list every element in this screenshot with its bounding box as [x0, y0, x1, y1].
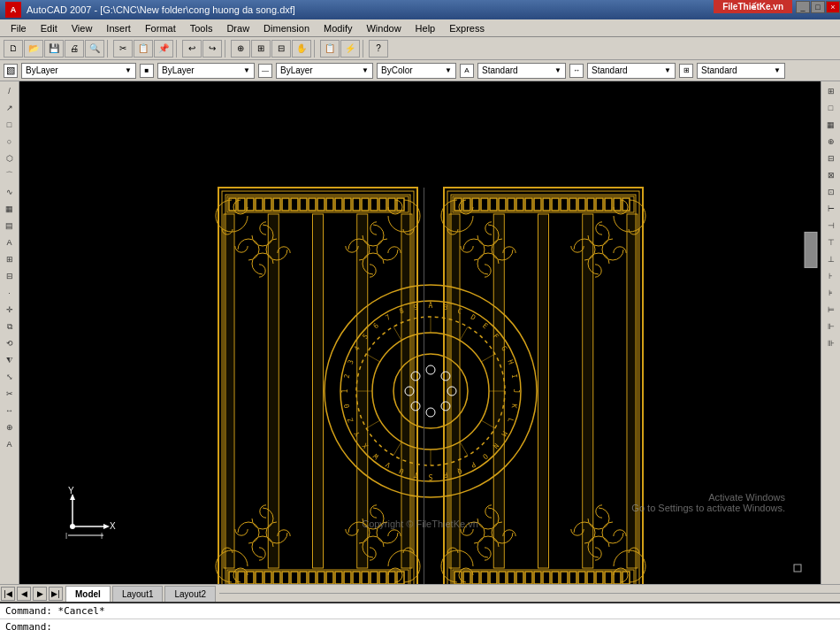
menu-window[interactable]: Window [359, 21, 408, 35]
tool-line[interactable]: / [2, 83, 18, 99]
close-button[interactable]: × [826, 1, 840, 13]
zoom-extents-button[interactable]: ⊞ [251, 40, 271, 58]
zoom-prev-button[interactable]: ⊟ [271, 40, 291, 58]
tool-offset[interactable]: ⊕ [2, 419, 18, 435]
tool-circle[interactable]: ○ [2, 134, 18, 150]
tool-spline[interactable]: ∿ [2, 184, 18, 200]
undo-button[interactable]: ↩ [182, 40, 202, 58]
right-tool-9[interactable]: ⊣ [823, 218, 839, 234]
color-arrow-icon: ▼ [243, 66, 250, 74]
right-tool-4[interactable]: ⊕ [823, 134, 839, 150]
right-tool-3[interactable]: ▦ [823, 117, 839, 133]
canvas-area[interactable]: Y X | | Activate Windows Go to Settings … [19, 81, 821, 584]
tool-rotate[interactable]: ⟲ [2, 335, 18, 351]
toolbar-separator-5 [363, 40, 366, 58]
tool-explode[interactable]: A [2, 436, 18, 452]
linecolor-dropdown[interactable]: ByColor ▼ [377, 63, 456, 79]
new-button[interactable]: 🗋 [4, 40, 23, 58]
menu-help[interactable]: Help [409, 21, 443, 35]
right-tool-7[interactable]: ⊡ [823, 184, 839, 200]
right-tool-14[interactable]: ⊨ [823, 302, 839, 318]
tool-gradient[interactable]: ▤ [2, 218, 18, 234]
tool-text[interactable]: A [2, 234, 18, 250]
titlebar-left: A AutoCAD 2007 - [G:\CNC\New folder\cong… [5, 2, 295, 18]
right-tool-8[interactable]: ⊢ [823, 201, 839, 217]
textstyle-value: Standard [482, 65, 518, 75]
tab-layout1[interactable]: Layout1 [112, 586, 164, 602]
menu-dimension[interactable]: Dimension [256, 21, 317, 35]
linetype-dropdown[interactable]: ByLayer ▼ [276, 63, 373, 79]
color-dropdown[interactable]: ByLayer ▼ [157, 63, 255, 79]
menu-view[interactable]: View [65, 21, 100, 35]
tool-insert[interactable]: ⊞ [2, 251, 18, 267]
menu-format[interactable]: Format [138, 21, 183, 35]
right-tool-12[interactable]: ⊦ [823, 268, 839, 284]
drawing-canvas[interactable] [19, 81, 821, 584]
tool-scale[interactable]: ⤡ [2, 369, 18, 385]
menu-draw[interactable]: Draw [219, 21, 256, 35]
help-button[interactable]: ? [369, 40, 388, 58]
svg-text:|: | [101, 531, 103, 539]
dimstyle-arrow-icon: ▼ [664, 66, 671, 74]
tool-point[interactable]: · [2, 285, 18, 301]
scroll-next-button[interactable]: ▶ [33, 587, 47, 601]
tab-layout2[interactable]: Layout2 [164, 586, 216, 602]
minimize-button[interactable]: _ [796, 1, 810, 13]
scroll-prev-button[interactable]: ◀ [17, 587, 31, 601]
right-tool-11[interactable]: ⊥ [823, 251, 839, 267]
zoom-window-button[interactable]: ⊕ [231, 40, 250, 58]
menu-tools[interactable]: Tools [183, 21, 220, 35]
textstyle-dropdown[interactable]: Standard ▼ [477, 63, 566, 79]
open-button[interactable]: 📂 [24, 40, 43, 58]
tool-arc[interactable]: ⌒ [2, 167, 18, 183]
svg-text:|: | [65, 531, 67, 539]
tablestyle-dropdown[interactable]: Standard ▼ [697, 63, 785, 79]
tab-model[interactable]: Model [65, 586, 111, 602]
dimstyle-dropdown[interactable]: Standard ▼ [587, 63, 676, 79]
right-tool-10[interactable]: ⊤ [823, 234, 839, 250]
scroll-first-button[interactable]: |◀ [1, 587, 15, 601]
layer-dropdown[interactable]: ByLayer ▼ [21, 63, 136, 79]
cut-button[interactable]: ✂ [113, 40, 133, 58]
right-tool-13[interactable]: ⊧ [823, 285, 839, 301]
print-button[interactable]: 🖨 [65, 40, 84, 58]
menu-express[interactable]: Express [442, 21, 492, 35]
scroll-last-button[interactable]: ▶| [49, 587, 63, 601]
menu-insert[interactable]: Insert [99, 21, 138, 35]
svg-point-6 [70, 524, 75, 529]
redo-button[interactable]: ↪ [202, 40, 222, 58]
menu-edit[interactable]: Edit [34, 21, 65, 35]
tool-extend[interactable]: ↔ [2, 403, 18, 419]
tool-copy[interactable]: ⧉ [2, 319, 18, 334]
watermark-logo: FileThiếtKe.vn [714, 0, 792, 13]
right-tool-16[interactable]: ⊪ [823, 335, 839, 351]
main-area: / ↗ □ ○ ⬡ ⌒ ∿ ▦ ▤ A ⊞ ⊟ · ✛ ⧉ ⟲ ⧨ ⤡ ✂ ↔ … [0, 81, 840, 584]
tool-block[interactable]: ⊟ [2, 268, 18, 284]
menu-file[interactable]: File [4, 21, 34, 35]
right-tool-1[interactable]: ⊞ [823, 83, 839, 99]
dimstyle-icon: ↔ [569, 64, 584, 78]
tool-rectangle[interactable]: □ [2, 117, 18, 133]
print-preview-button[interactable]: 🔍 [85, 40, 104, 58]
right-tool-2[interactable]: □ [823, 100, 839, 116]
match-properties-button[interactable]: ⚡ [340, 40, 360, 58]
properties-button[interactable]: 📋 [320, 40, 340, 58]
copy-button[interactable]: 📋 [134, 40, 153, 58]
svg-text:X: X [110, 521, 116, 531]
tool-move[interactable]: ✛ [2, 302, 18, 318]
paste-button[interactable]: 📌 [154, 40, 173, 58]
right-tool-6[interactable]: ⊠ [823, 167, 839, 183]
right-tool-5[interactable]: ⊟ [823, 150, 839, 166]
save-button[interactable]: 💾 [44, 40, 64, 58]
tool-ray[interactable]: ↗ [2, 100, 18, 116]
tool-hatch[interactable]: ▦ [2, 201, 18, 217]
tool-polygon[interactable]: ⬡ [2, 150, 18, 166]
maximize-button[interactable]: □ [811, 1, 825, 13]
tablestyle-arrow-icon: ▼ [774, 66, 781, 74]
tab-bar: |◀ ◀ ▶ ▶| Model Layout1 Layout2 [0, 584, 840, 602]
pan-button[interactable]: ✋ [292, 40, 311, 58]
tool-trim[interactable]: ✂ [2, 386, 18, 402]
menu-modify[interactable]: Modify [317, 21, 359, 35]
right-tool-15[interactable]: ⊩ [823, 319, 839, 334]
tool-mirror[interactable]: ⧨ [2, 352, 18, 368]
